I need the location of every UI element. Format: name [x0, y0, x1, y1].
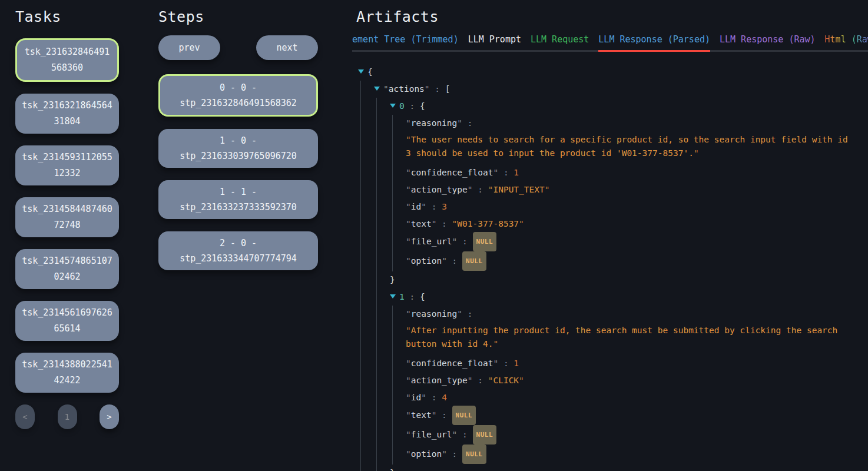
step-item[interactable]: 2 - 0 - stp_231633344707774794: [158, 231, 318, 270]
json-field-text: "text" : "W01-377-8537": [406, 215, 868, 233]
json-field-file-url: "file_url" : NULL: [406, 426, 868, 445]
artifacts-tabbar: Element Tree (Trimmed) LLM Prompt LLM Re…: [352, 34, 868, 52]
tab-element-tree-trimmed[interactable]: Element Tree (Trimmed): [352, 34, 459, 50]
collapse-triangle-icon[interactable]: [358, 69, 364, 74]
task-item[interactable]: tsk_231632186456431804: [15, 94, 119, 134]
tab-llm-prompt[interactable]: LLM Prompt: [468, 34, 521, 50]
tab-html-raw[interactable]: Html (Raw): [825, 34, 868, 50]
json-field-action-type: "action_type" : "CLICK": [406, 372, 868, 389]
json-key: text: [411, 219, 432, 228]
tab-llm-response-raw[interactable]: LLM Response (Raw): [720, 34, 816, 50]
task-item[interactable]: tsk_231456169762665614: [15, 301, 119, 341]
null-badge: NULL: [462, 445, 486, 464]
json-key: file_url: [411, 430, 452, 439]
next-step-button[interactable]: next: [256, 35, 318, 60]
prev-step-button[interactable]: prev: [158, 35, 220, 60]
json-item-1-open: 1 : {: [390, 288, 868, 306]
tasks-pagination: < 1 >: [15, 404, 119, 429]
steps-panel: Steps prev next 0 - 0 - stp_231632846491…: [158, 8, 318, 283]
json-key: id: [411, 393, 421, 402]
json-key: action_type: [411, 185, 468, 194]
step-item[interactable]: 0 - 0 - stp_231632846491568362: [158, 74, 318, 117]
json-field-reasoning-value: "After inputting the product id, the sea…: [406, 324, 850, 350]
json-field-action-type: "action_type" : "INPUT_TEXT": [406, 181, 868, 198]
json-field-text: "text" : NULL: [406, 406, 868, 426]
json-key: reasoning: [411, 309, 458, 319]
artifacts-panel: Artifacts Element Tree (Trimmed) LLM Pro…: [352, 8, 868, 471]
null-badge: NULL: [473, 232, 497, 251]
collapse-triangle-icon[interactable]: [390, 294, 396, 298]
null-badge: NULL: [462, 251, 486, 271]
task-item[interactable]: tsk_231459311205512332: [15, 145, 119, 185]
json-item-1-close: }: [390, 465, 868, 471]
prev-page-button[interactable]: <: [15, 404, 35, 429]
json-item-0-close: }: [390, 271, 868, 288]
tab-llm-request[interactable]: LLM Request: [531, 34, 589, 50]
json-actions-open: "actions" : [: [374, 81, 868, 98]
json-key: action_type: [411, 376, 468, 385]
json-key: reasoning: [411, 118, 458, 128]
json-field-reasoning-key: "reasoning" :: [406, 306, 868, 323]
artifacts-title: Artifacts: [356, 8, 868, 25]
collapse-triangle-icon[interactable]: [390, 104, 396, 108]
page-number-button[interactable]: 1: [58, 404, 77, 429]
json-string-value: INPUT_TEXT: [493, 185, 544, 194]
json-string-value: CLICK: [493, 376, 519, 385]
step-item[interactable]: 1 - 0 - stp_231633039765096720: [158, 129, 318, 168]
json-string-value: W01-377-8537: [457, 219, 519, 228]
json-number-value: 3: [442, 202, 447, 211]
step-item[interactable]: 1 - 1 - stp_231633237333592370: [158, 180, 318, 219]
json-key: id: [411, 202, 421, 211]
task-item[interactable]: tsk_231457486510702462: [15, 249, 119, 289]
json-array-index: 0: [399, 101, 405, 111]
task-item[interactable]: tsk_231632846491568360: [15, 38, 119, 82]
json-key: option: [411, 256, 442, 266]
json-number-value: 1: [513, 168, 519, 177]
tab-llm-response-parsed[interactable]: LLM Response (Parsed): [598, 34, 710, 50]
json-key: text: [411, 410, 432, 420]
collapse-triangle-icon[interactable]: [374, 87, 380, 91]
json-array-index: 1: [399, 292, 405, 301]
task-item[interactable]: tsk_231458448746072748: [15, 197, 119, 237]
step-nav: prev next: [158, 35, 318, 60]
json-key: option: [411, 449, 442, 459]
json-field-reasoning-value: "The user needs to search for a specific…: [406, 133, 850, 160]
json-field-option: "option" : NULL: [406, 445, 868, 465]
json-key: confidence_float: [411, 359, 493, 368]
json-item-0-open: 0 : {: [390, 98, 868, 115]
json-field-file-url: "file_url" : NULL: [406, 233, 868, 252]
json-tree-viewer: { "actions" : [ 0 : { "reasoning" : "The…: [358, 64, 868, 471]
json-field-confidence: "confidence_float" : 1: [406, 164, 868, 181]
null-badge: NULL: [473, 425, 497, 445]
json-key: confidence_float: [411, 168, 493, 177]
json-field-reasoning-key: "reasoning" :: [406, 115, 868, 132]
json-number-value: 4: [442, 393, 447, 402]
json-root-open: {: [358, 64, 868, 81]
json-field-id: "id" : 4: [406, 389, 868, 406]
json-field-confidence: "confidence_float" : 1: [406, 355, 868, 372]
tasks-title: Tasks: [15, 8, 119, 25]
tasks-panel: Tasks tsk_231632846491568360 tsk_2316321…: [15, 8, 119, 429]
json-field-id: "id" : 3: [406, 198, 868, 215]
task-item[interactable]: tsk_231438802254142422: [15, 353, 119, 393]
steps-title: Steps: [158, 8, 318, 25]
next-page-button[interactable]: >: [100, 404, 119, 429]
json-key: file_url: [411, 237, 452, 246]
json-key: actions: [389, 84, 425, 94]
null-badge: NULL: [452, 406, 476, 425]
json-field-option: "option" : NULL: [406, 252, 868, 271]
json-number-value: 1: [513, 359, 519, 368]
